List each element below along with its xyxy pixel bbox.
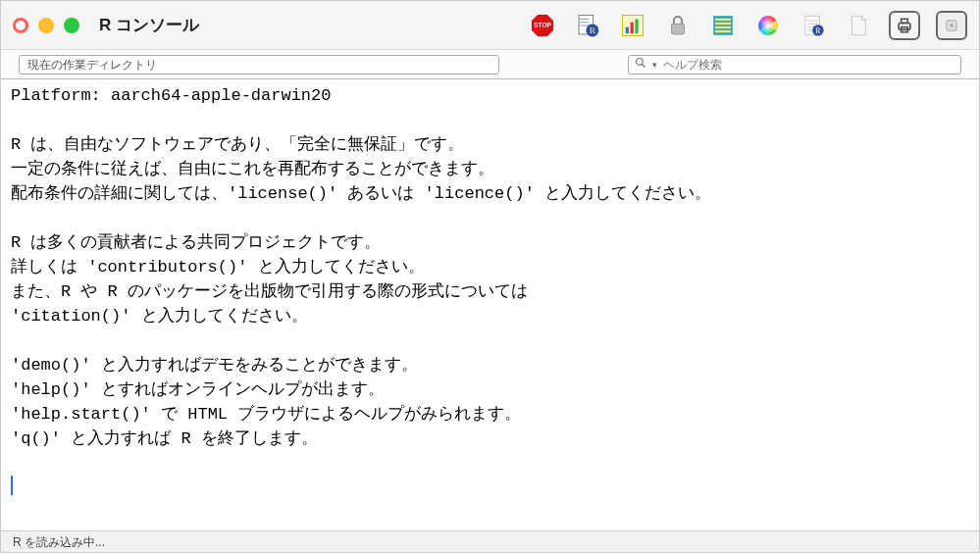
lock-icon[interactable]	[663, 11, 693, 40]
search-icon	[635, 57, 646, 72]
svg-text:R: R	[815, 25, 821, 34]
window-title: R コンソール	[99, 14, 199, 36]
console-text: Platform: aarch64-apple-darwin20 R は、自由な…	[11, 86, 721, 448]
print-icon[interactable]	[889, 11, 920, 40]
text-cursor	[11, 476, 13, 495]
r-console-output[interactable]: Platform: aarch64-apple-darwin20 R は、自由な…	[1, 79, 979, 530]
colors-icon[interactable]	[753, 11, 783, 40]
stop-icon[interactable]: STOP	[528, 11, 557, 40]
working-directory-field[interactable]: 現在の作業ディレクトリ	[19, 55, 499, 75]
svg-rect-8	[635, 19, 638, 33]
help-search-input[interactable]	[663, 58, 954, 72]
chevron-down-icon[interactable]: ▾	[652, 60, 657, 70]
svg-rect-20	[902, 19, 908, 23]
history-icon[interactable]	[708, 11, 738, 40]
svg-rect-7	[631, 22, 634, 32]
quartz-plot-icon[interactable]	[618, 11, 647, 40]
toolbar-icons: STOP R	[528, 11, 967, 40]
status-bar: R を読み込み中...	[1, 530, 979, 552]
close-window-button[interactable]	[13, 18, 28, 33]
help-search-field[interactable]: ▾	[628, 55, 961, 75]
title-bar: R コンソール STOP R	[1, 1, 979, 50]
svg-rect-14	[715, 29, 731, 31]
new-document-icon[interactable]	[844, 11, 873, 40]
svg-point-23	[951, 24, 954, 26]
svg-rect-12	[715, 22, 731, 24]
minimize-window-button[interactable]	[38, 18, 54, 33]
svg-rect-9	[672, 24, 685, 34]
svg-point-24	[637, 59, 644, 66]
svg-rect-13	[715, 25, 731, 27]
svg-point-15	[758, 16, 778, 35]
svg-text:R: R	[590, 25, 596, 35]
status-text: R を読み込み中...	[13, 535, 105, 549]
open-in-editor-icon[interactable]: R	[799, 11, 828, 40]
svg-rect-11	[715, 18, 731, 20]
source-script-icon[interactable]: R	[573, 11, 602, 40]
window-controls	[13, 18, 79, 33]
zoom-window-button[interactable]	[64, 18, 79, 33]
svg-rect-6	[626, 26, 629, 33]
svg-line-25	[643, 65, 645, 68]
secondary-toolbar: 現在の作業ディレクトリ ▾	[1, 50, 979, 79]
svg-text:STOP: STOP	[534, 22, 551, 28]
drive-eject-icon[interactable]	[936, 11, 967, 40]
